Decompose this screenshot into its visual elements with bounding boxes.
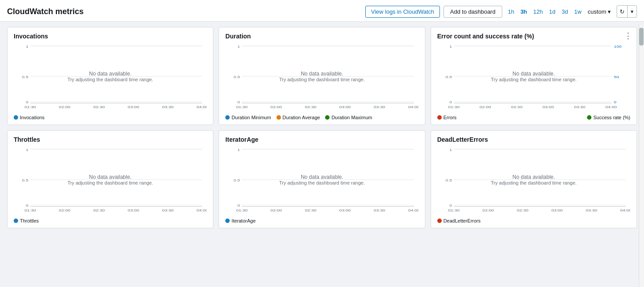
legend-label: Errors	[443, 115, 457, 120]
svg-text:0: 0	[26, 101, 29, 105]
svg-text:01:30: 01:30	[236, 208, 248, 212]
svg-text:50: 50	[614, 75, 619, 79]
time-btn-3d[interactable]: 3d	[559, 7, 570, 17]
legend-item: Duration Maximum	[325, 115, 372, 120]
svg-text:0.5: 0.5	[446, 75, 452, 79]
svg-text:02:30: 02:30	[517, 208, 528, 212]
page-header: CloudWatch metrics View logs in CloudWat…	[0, 0, 644, 22]
chart-area: 10.5001:3002:0002:3003:0003:3004:00 No d…	[225, 42, 418, 113]
scrollbar-track[interactable]	[639, 24, 644, 284]
svg-text:01:30: 01:30	[448, 208, 459, 212]
refresh-icon[interactable]: ↻	[617, 6, 628, 17]
legend-label: Duration Maximum	[331, 115, 372, 120]
refresh-dropdown-icon[interactable]: ▼	[628, 6, 636, 17]
svg-text:0: 0	[238, 101, 240, 105]
svg-text:02:00: 02:00	[271, 105, 282, 109]
page-title: CloudWatch metrics	[7, 7, 83, 16]
time-btn-1h[interactable]: 1h	[506, 7, 516, 17]
svg-text:03:00: 03:00	[339, 105, 351, 109]
chart-menu-button[interactable]: ⋮	[624, 32, 632, 40]
chart-area: 10.5001:3002:0002:3003:0003:3004:00 No d…	[14, 42, 207, 113]
time-range-controls: 1h 3h 12h 1d 3d 1w custom ▾	[506, 7, 613, 17]
svg-text:02:30: 02:30	[305, 105, 317, 109]
svg-text:04:00: 04:00	[620, 208, 630, 212]
legend-item: DeadLetterErrors	[437, 218, 481, 223]
svg-text:0.5: 0.5	[22, 75, 28, 79]
svg-text:01:30: 01:30	[24, 105, 36, 109]
svg-text:0: 0	[449, 204, 452, 208]
legend-dot	[437, 115, 442, 120]
legend-label: Duration Minimum	[231, 115, 271, 120]
svg-text:03:00: 03:00	[542, 105, 554, 109]
view-logs-button[interactable]: View logs in CloudWatch	[365, 6, 440, 18]
refresh-button-group[interactable]: ↻ ▼	[617, 5, 637, 18]
chart-card-error-count: Error count and success rate (%) ⋮ 10.50…	[431, 27, 637, 125]
chart-title: Throttles	[14, 136, 207, 143]
svg-text:03:00: 03:00	[128, 105, 139, 109]
chart-legend: Throttles	[14, 218, 207, 223]
chart-area: 10.5001:3002:0002:3003:0003:3004:00 No d…	[437, 146, 630, 216]
time-btn-1w[interactable]: 1w	[572, 7, 584, 17]
svg-text:0.5: 0.5	[234, 75, 240, 79]
time-btn-custom[interactable]: custom ▾	[586, 7, 614, 17]
svg-text:04:00: 04:00	[408, 105, 418, 109]
svg-text:01:30: 01:30	[24, 208, 36, 212]
header-controls: View logs in CloudWatch Add to dashboard…	[365, 5, 637, 18]
svg-text:0: 0	[238, 204, 240, 208]
legend-dot	[225, 219, 230, 223]
chart-area: 10.5001:3002:0002:3003:0003:3004:00 No d…	[225, 146, 418, 216]
chart-legend: Duration Minimum Duration Average Durati…	[225, 115, 418, 120]
legend-item: Duration Minimum	[225, 115, 271, 120]
svg-text:0: 0	[449, 101, 452, 105]
legend-label: Throttles	[20, 218, 39, 223]
svg-text:02:00: 02:00	[59, 208, 70, 212]
legend-item: Success rate (%)	[587, 115, 630, 120]
chart-card-dead-letter-errors: DeadLetterErrors 10.5001:3002:0002:3003:…	[431, 130, 637, 228]
svg-text:1: 1	[449, 148, 452, 152]
chart-card-invocations: Invocations 10.5001:3002:0002:3003:0003:…	[7, 27, 213, 125]
time-btn-12h[interactable]: 12h	[531, 7, 545, 17]
legend-dot	[225, 115, 230, 120]
svg-text:03:30: 03:30	[374, 105, 385, 109]
svg-text:04:00: 04:00	[408, 208, 418, 212]
svg-text:0.5: 0.5	[234, 178, 240, 182]
add-dashboard-button[interactable]: Add to dashboard	[443, 6, 502, 18]
svg-text:03:30: 03:30	[162, 105, 174, 109]
chart-title: Error count and success rate (%)	[437, 33, 630, 40]
chart-card-throttles: Throttles 10.5001:3002:0002:3003:0003:30…	[7, 130, 213, 228]
chart-legend: Invocations	[14, 115, 207, 120]
chart-legend: IteratorAge	[225, 218, 418, 223]
legend-item: Invocations	[14, 115, 45, 120]
svg-text:1: 1	[26, 45, 29, 49]
svg-text:02:30: 02:30	[305, 208, 317, 212]
chart-card-duration: Duration 10.5001:3002:0002:3003:0003:300…	[219, 27, 425, 125]
chart-card-iterator-age: IteratorAge 10.5001:3002:0002:3003:0003:…	[219, 130, 425, 228]
svg-text:0.5: 0.5	[446, 178, 452, 182]
charts-grid: Invocations 10.5001:3002:0002:3003:0003:…	[7, 27, 637, 228]
legend-dot	[277, 115, 281, 120]
svg-text:100: 100	[614, 45, 621, 49]
legend-label: Success rate (%)	[593, 115, 630, 120]
main-content: Invocations 10.5001:3002:0002:3003:0003:…	[0, 22, 644, 284]
svg-text:04:00: 04:00	[605, 105, 617, 109]
chart-legend: Errors Success rate (%)	[437, 115, 630, 120]
svg-text:1: 1	[26, 148, 29, 152]
legend-item: Throttles	[14, 218, 39, 223]
svg-text:02:00: 02:00	[482, 208, 494, 212]
chart-legend: DeadLetterErrors	[437, 218, 630, 223]
svg-text:02:00: 02:00	[479, 105, 491, 109]
time-btn-1d[interactable]: 1d	[547, 7, 557, 17]
time-btn-3h[interactable]: 3h	[518, 7, 529, 17]
scrollbar-thumb[interactable]	[639, 28, 644, 45]
legend-dot	[325, 115, 330, 120]
svg-text:04:00: 04:00	[197, 105, 207, 109]
legend-dot	[587, 115, 591, 120]
legend-label: IteratorAge	[231, 218, 255, 223]
svg-text:03:00: 03:00	[339, 208, 351, 212]
svg-text:02:00: 02:00	[271, 208, 282, 212]
legend-item: Duration Average	[277, 115, 320, 120]
svg-text:0.5: 0.5	[22, 178, 28, 182]
svg-text:0: 0	[26, 204, 29, 208]
svg-text:03:00: 03:00	[551, 208, 563, 212]
svg-text:1: 1	[238, 148, 240, 152]
